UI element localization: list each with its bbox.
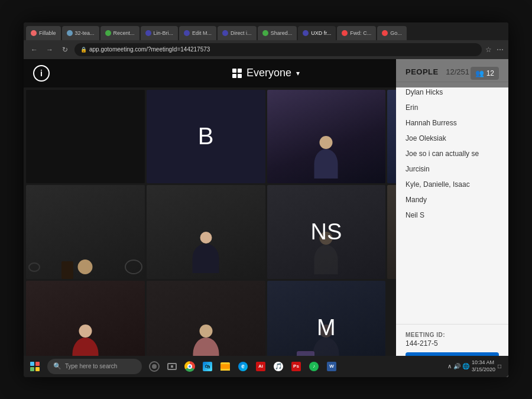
taskbar-taskview-icon[interactable] bbox=[163, 358, 181, 375]
windows-logo bbox=[30, 362, 40, 371]
tab-icon-32tea bbox=[67, 30, 73, 36]
tab-shared[interactable]: Shared... bbox=[258, 26, 297, 40]
people-item-7[interactable]: Mandy bbox=[396, 192, 508, 207]
taskbar-music-icon[interactable]: 🎵 bbox=[270, 358, 287, 375]
people-panel: PEOPLE 12/251 Dylan Hicks Erin Hannah Bu… bbox=[396, 59, 508, 377]
video-tile-ns: NS bbox=[267, 185, 386, 279]
extension-icon[interactable]: ⋯ bbox=[497, 46, 504, 54]
screen-area: Fillable 32-tea... Recent... Lin-Bri... … bbox=[24, 22, 508, 377]
outer-frame: Fillable 32-tea... Recent... Lin-Bri... … bbox=[0, 0, 532, 399]
taskbar-store-icon[interactable]: 🛍 bbox=[199, 358, 216, 375]
address-bar[interactable]: 🔒 app.gotomeeting.com/?meetingId=1442175… bbox=[74, 43, 482, 56]
browser-chrome: Fillable 32-tea... Recent... Lin-Bri... … bbox=[24, 22, 508, 59]
browser-tabs: Fillable 32-tea... Recent... Lin-Bri... … bbox=[24, 22, 508, 40]
people-list[interactable]: Dylan Hicks Erin Hannah Burress Joe Olek… bbox=[396, 82, 508, 324]
tab-icon-linbri bbox=[145, 30, 151, 36]
taskbar-adobe2-icon[interactable]: Ps bbox=[287, 358, 305, 375]
taskbar-word-icon[interactable]: W bbox=[323, 358, 340, 375]
people-item-5[interactable]: Jurcisin bbox=[396, 161, 508, 177]
meeting-id-label: MEETING ID: bbox=[406, 332, 499, 338]
tab-fwd[interactable]: Fwd: C... bbox=[337, 26, 376, 40]
taskbar-search[interactable]: 🔍 Type here to search bbox=[47, 359, 142, 374]
video-tile-webcam-arms bbox=[147, 185, 265, 279]
forward-button[interactable]: → bbox=[44, 44, 56, 56]
taskbar-spotify-icon[interactable]: ♪ bbox=[305, 358, 323, 375]
tab-linbri[interactable]: Lin-Bri... bbox=[141, 26, 179, 40]
refresh-button[interactable]: ↻ bbox=[59, 44, 71, 56]
taskbar-chrome-icon[interactable] bbox=[181, 358, 199, 375]
tab-icon-editm bbox=[184, 30, 190, 36]
tile-initial-ns: NS bbox=[310, 219, 342, 245]
tab-uxd[interactable]: UXD fr... bbox=[298, 26, 336, 40]
lock-icon: 🔒 bbox=[80, 47, 87, 53]
tab-icon-direct bbox=[222, 30, 228, 36]
meeting-id-value: 144-217-5 bbox=[406, 339, 499, 348]
taskbar-explorer-icon[interactable] bbox=[216, 358, 234, 375]
tab-direct[interactable]: Direct i... bbox=[218, 26, 257, 40]
tab-icon-go bbox=[382, 30, 388, 36]
tile-initial-b-top: B bbox=[198, 123, 214, 150]
taskbar-clock: 10:34 AM3/15/2020 bbox=[472, 359, 495, 373]
tab-go[interactable]: Go... bbox=[377, 26, 407, 40]
windows-taskbar: 🔍 Type here to search bbox=[24, 356, 508, 377]
windows-start-button[interactable] bbox=[26, 358, 44, 375]
participants-button[interactable]: 👥 12 bbox=[471, 67, 499, 80]
taskbar-right: ∧ 🔊 🌐 10:34 AM3/15/2020 □ bbox=[447, 359, 506, 373]
tab-editm[interactable]: Edit M... bbox=[179, 26, 216, 40]
taskbar-cortana-icon[interactable] bbox=[145, 358, 163, 375]
everyone-button[interactable]: Everyone ▾ bbox=[232, 67, 300, 79]
tab-icon-shared bbox=[262, 30, 268, 36]
tab-icon-uxd bbox=[303, 30, 309, 36]
chevron-down-icon: ▾ bbox=[296, 69, 300, 77]
taskbar-app-icons: 🛍 e Ai 🎵 Ps bbox=[145, 358, 340, 375]
gtm-topbar: i Everyone ▾ 👥 12 bbox=[24, 59, 508, 87]
tab-icon-fwd bbox=[342, 30, 348, 36]
tab-32tea[interactable]: 32-tea... bbox=[62, 26, 99, 40]
info-icon[interactable]: i bbox=[33, 65, 50, 82]
tab-recent[interactable]: Recent... bbox=[100, 26, 140, 40]
people-item-1[interactable]: Erin bbox=[396, 100, 508, 115]
people-item-4[interactable]: Joe so i can actually se bbox=[396, 146, 508, 161]
back-button[interactable]: ← bbox=[28, 44, 40, 56]
gtm-app: i Everyone ▾ 👥 12 bbox=[24, 59, 508, 377]
grid-view-icon bbox=[232, 69, 242, 78]
tab-icon-recent bbox=[105, 30, 111, 36]
tile-initial-m: M bbox=[317, 315, 336, 340]
taskbar-edge-icon[interactable]: e bbox=[234, 358, 252, 375]
participants-icon: 👥 bbox=[475, 69, 484, 77]
browser-toolbar: ← → ↻ 🔒 app.gotomeeting.com/?meetingId=1… bbox=[24, 40, 508, 59]
taskbar-system-tray[interactable]: ∧ 🔊 🌐 bbox=[447, 363, 469, 369]
search-icon: 🔍 bbox=[53, 362, 61, 370]
people-item-8[interactable]: Neil S bbox=[396, 207, 508, 223]
taskbar-adobe-icon[interactable]: Ai bbox=[252, 358, 270, 375]
video-tile-drummer bbox=[26, 185, 145, 279]
tab-fillable[interactable]: Fillable bbox=[26, 26, 61, 40]
tab-icon-fillable bbox=[31, 30, 37, 36]
taskbar-search-placeholder: Type here to search bbox=[65, 363, 117, 369]
video-tile-b: B bbox=[147, 90, 265, 184]
video-tile-empty bbox=[26, 90, 145, 184]
people-item-6[interactable]: Kyle, Danielle, Isaac bbox=[396, 177, 508, 192]
people-item-2[interactable]: Hannah Burress bbox=[396, 115, 508, 131]
people-item-3[interactable]: Joe Oleksiak bbox=[396, 131, 508, 146]
browser-toolbar-right: ☆ ⋯ bbox=[485, 46, 504, 54]
taskbar-notification[interactable]: □ bbox=[498, 363, 501, 369]
bookmark-icon[interactable]: ☆ bbox=[485, 46, 492, 54]
video-tile-webcam-woman bbox=[267, 90, 386, 184]
